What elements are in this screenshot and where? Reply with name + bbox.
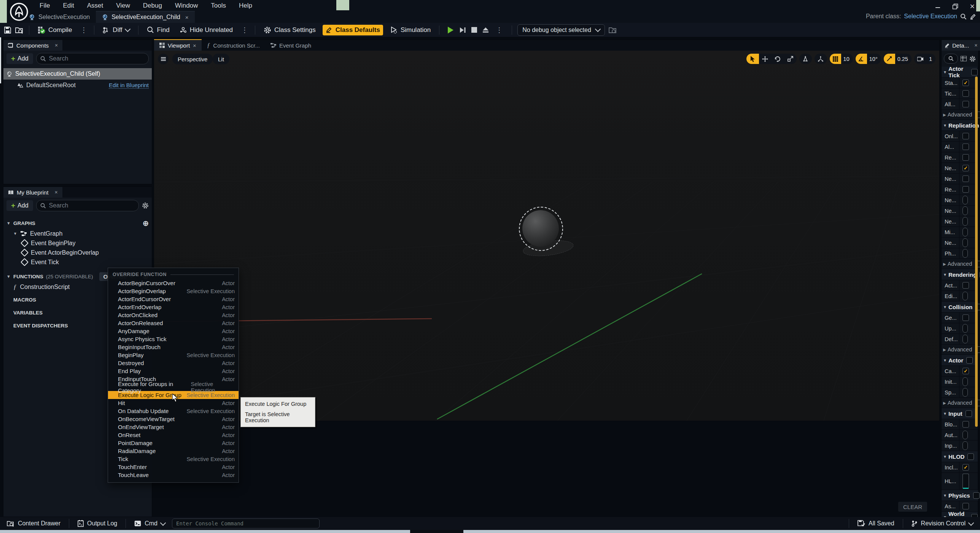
details-row[interactable]: Def... (942, 334, 978, 345)
details-scrollbar[interactable] (975, 77, 978, 427)
checkbox[interactable] (973, 492, 980, 499)
details-row[interactable]: Edi... (942, 291, 978, 302)
details-row[interactable]: Al... (942, 142, 978, 152)
checkbox[interactable] (963, 101, 969, 107)
override-menu-item[interactable]: ActorBeginCursorOver Actor (108, 279, 239, 287)
components-search-input[interactable]: Search (36, 53, 149, 64)
checkbox[interactable] (963, 292, 968, 300)
details-row[interactable]: Ne... (942, 163, 978, 174)
select-tool-button[interactable] (746, 54, 759, 64)
details-row[interactable]: Ne... (942, 206, 978, 216)
details-row[interactable]: Sp... (942, 387, 978, 398)
frame-skip-icon[interactable] (459, 27, 466, 34)
details-row[interactable]: Ne... (942, 195, 978, 206)
component-row-self[interactable]: SelectiveExecution_Child (Self) (3, 68, 152, 80)
grid-snap-control[interactable]: 10 (830, 54, 853, 64)
checkbox[interactable] (963, 206, 968, 215)
settings-gear-icon[interactable] (142, 202, 149, 209)
details-row[interactable]: Advanced (942, 259, 978, 269)
details-row[interactable]: Actor Tick (942, 67, 978, 78)
checkbox[interactable] (963, 503, 969, 509)
override-menu-item[interactable]: Execute for Groups in Category Selective… (108, 383, 239, 391)
compile-options-icon[interactable]: ⋮ (79, 26, 89, 34)
close-tab-icon[interactable]: × (185, 14, 189, 21)
class-defaults-button[interactable]: Class Defaults (323, 25, 383, 35)
console-command-input[interactable] (172, 519, 320, 528)
scale-snap-control[interactable]: 0.25 (884, 54, 912, 64)
override-menu-item[interactable]: Async Physics Tick Actor (108, 335, 239, 343)
perspective-button[interactable]: Perspective (172, 54, 213, 64)
event-row[interactable]: Event Tick (3, 257, 152, 267)
details-row[interactable]: Aut... (942, 430, 978, 440)
menu-asset[interactable]: Asset (87, 2, 103, 10)
details-row[interactable]: Advanced (942, 345, 978, 355)
checkbox[interactable] (963, 335, 968, 343)
property-control[interactable] (964, 451, 978, 462)
edit-parent-icon[interactable] (970, 13, 976, 20)
override-menu-item[interactable]: OnBecomeViewTarget Actor (108, 415, 239, 423)
all-saved-button[interactable]: All Saved (854, 520, 897, 527)
diff-button[interactable]: Diff (100, 25, 132, 35)
simulation-button[interactable]: Simulation (387, 25, 434, 35)
details-row[interactable]: As... (942, 501, 978, 512)
checkbox[interactable] (963, 474, 969, 489)
override-menu-item[interactable]: BeginPlay Selective Execution (108, 351, 239, 359)
checkbox[interactable] (963, 165, 969, 171)
details-row[interactable]: Ca... (942, 366, 978, 377)
viewport-3d-scene[interactable]: Perspective Lit 10 (154, 51, 939, 421)
details-row[interactable]: Advanced (942, 110, 978, 120)
asset-tab-selectiveexecution-child[interactable]: SelectiveExecution_Child × (96, 11, 194, 23)
override-menu-item[interactable]: Tick Selective Execution (108, 455, 239, 463)
close-panel-icon[interactable]: × (54, 189, 57, 195)
details-row[interactable]: Inp... (942, 440, 978, 451)
menu-debug[interactable]: Debug (143, 2, 162, 10)
checkbox[interactable] (963, 80, 969, 86)
checkbox[interactable] (966, 357, 973, 364)
restore-icon[interactable] (952, 3, 958, 10)
close-tab-icon[interactable]: × (193, 42, 196, 49)
override-menu-item[interactable]: OnReset Actor (108, 431, 239, 439)
property-control[interactable] (959, 430, 978, 440)
event-row[interactable]: Event BeginPlay (3, 238, 152, 248)
details-row[interactable]: Act... (942, 280, 978, 291)
checkbox[interactable] (963, 90, 969, 97)
details-row[interactable]: Re... (942, 184, 978, 195)
checkbox[interactable] (963, 133, 969, 139)
details-row[interactable]: Tic... (942, 88, 978, 99)
class-settings-button[interactable]: Class Settings (261, 25, 319, 35)
menu-tools[interactable]: Tools (211, 2, 226, 10)
clear-button[interactable]: CLEAR (898, 502, 927, 512)
details-row[interactable]: Onl... (942, 131, 978, 142)
output-log-button[interactable]: Output Log (75, 520, 120, 527)
details-row[interactable]: Collision (942, 302, 978, 313)
close-panel-icon[interactable]: × (974, 42, 977, 48)
checkbox[interactable] (971, 69, 978, 75)
find-button[interactable]: Find (144, 25, 173, 35)
move-tool-button[interactable] (759, 54, 772, 64)
components-tab[interactable]: Components × (3, 40, 62, 51)
viewport-options-button[interactable] (158, 54, 169, 64)
details-row[interactable]: Re... (942, 152, 978, 163)
rotate-tool-button[interactable] (772, 54, 784, 64)
details-tab[interactable]: Deta... × (942, 40, 980, 51)
debug-object-dropdown[interactable]: No debug object selected (517, 24, 605, 36)
my-blueprint-search-input[interactable]: Search (36, 200, 139, 211)
details-row[interactable]: Up... (942, 323, 978, 334)
checkbox[interactable] (963, 196, 968, 204)
checkbox[interactable] (963, 186, 969, 193)
details-row[interactable]: All... (942, 99, 978, 110)
hide-unrelated-button[interactable]: Hide Unrelated (177, 25, 236, 35)
checkbox[interactable] (963, 388, 968, 397)
checkbox[interactable] (963, 228, 968, 236)
override-menu-item[interactable]: ActorOnClicked Actor (108, 311, 239, 319)
override-menu-item[interactable]: AnyDamage Actor (108, 327, 239, 335)
tab-event-graph[interactable]: Event Graph (265, 40, 317, 51)
checkbox[interactable] (963, 144, 969, 150)
override-menu-item[interactable]: ActorOnReleased Actor (108, 319, 239, 327)
checkbox[interactable] (963, 154, 969, 161)
details-row[interactable]: Ge... (942, 313, 978, 323)
menu-view[interactable]: View (116, 2, 130, 10)
asset-tab-selectiveexecution[interactable]: SelectiveExecution (23, 11, 96, 23)
camera-speed-control[interactable]: 1 (914, 54, 935, 64)
tab-viewport[interactable]: Viewport × (154, 39, 202, 51)
